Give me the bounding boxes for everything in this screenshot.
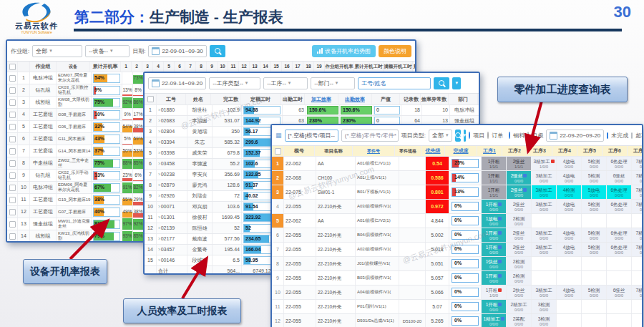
done-progress-bar: 0%: [452, 230, 479, 240]
select-all-checkbox[interactable]: [272, 146, 284, 156]
totals-spacer: [145, 266, 157, 275]
employee-id-cell[interactable]: 02804: [157, 127, 187, 137]
search-button[interactable]: [210, 45, 225, 57]
row-checkbox[interactable]: [7, 157, 18, 169]
employee-id-cell[interactable]: 02683: [157, 116, 187, 126]
workgroup-cell: 工艺磨组: [30, 194, 57, 205]
group-filter-label: 作业组:: [11, 47, 29, 55]
row-checkbox[interactable]: [7, 84, 18, 96]
project-type-select[interactable]: 全部: [429, 130, 452, 142]
date-range-input[interactable]: 22-09-01~09-30: [148, 45, 206, 57]
part-row[interactable]: 1122-05522-210外壳P01/顶针/V1(1)5.070%1开粗0/0…: [272, 300, 642, 314]
row-checkbox[interactable]: [7, 109, 18, 120]
employee-id-cell[interactable]: 02926: [157, 191, 187, 201]
part-row[interactable]: 422-05522-210外壳A03/前模镶件/V1(0.9720%1开粗0/0…: [272, 200, 642, 214]
employee-id-cell[interactable]: 02177: [157, 234, 187, 244]
device-select[interactable]: --设备--: [85, 45, 130, 57]
row-index: 5: [272, 214, 284, 228]
employee-id-cell[interactable]: 02879: [157, 180, 187, 190]
row-checkbox[interactable]: [7, 194, 18, 205]
row-checkbox[interactable]: [7, 133, 18, 145]
row-checkbox[interactable]: [7, 145, 18, 157]
day-rate-cell: 73%: [133, 72, 144, 84]
part-row[interactable]: 822-05522-210外壳J01/波纹螺丝/V1(5.0510%1快丝0/0…: [272, 257, 642, 271]
part-row[interactable]: 922-05522-210外壳B03/后模镶件/V1(5.0570%1开粗0/0…: [272, 271, 642, 285]
employee-id-cell[interactable]: 03398: [157, 148, 187, 158]
part-row[interactable]: 622-05522-210外壳B04/后模镶件/V1(5.0020%1开粗0/0…: [272, 228, 642, 243]
radio-project[interactable]: [469, 132, 470, 139]
row-checkbox[interactable]: [7, 218, 18, 230]
select-all-checkbox[interactable]: [7, 62, 18, 72]
project-cell: 22-210外壳: [316, 243, 356, 256]
row-checkbox[interactable]: [7, 97, 18, 108]
select-all-checkbox[interactable]: [145, 94, 157, 104]
radio-electrode[interactable]: [527, 132, 529, 139]
device-cell: G08_手磨磨床: [57, 109, 92, 120]
process-cell: 3检测0/0/0: [532, 300, 557, 313]
search-options-button[interactable]: [464, 130, 467, 142]
row-checkbox[interactable]: [7, 121, 18, 132]
day-rate-cell: 9%: [122, 109, 133, 120]
col-header-proc: 工序6: [602, 146, 628, 156]
row-index: 1: [145, 105, 157, 115]
color-legend-button[interactable]: 颜色说明: [379, 45, 411, 57]
part-row[interactable]: 122-062AAA01/前模仁/V1(1)0.5425%1开粗1/1/12慢丝…: [272, 157, 642, 171]
trend-chart-button[interactable]: 设备开机率趋势图: [312, 45, 376, 57]
employee-id-cell[interactable]: 00146: [157, 255, 187, 265]
part-row[interactable]: 1022-05522-210外壳A04/前模镶件/V1(5.0660%1开粗1/…: [272, 285, 642, 300]
employee-id-cell[interactable]: 00238: [157, 170, 187, 180]
employee-row[interactable]: 101880胡世柱102.994.8863150.6%150.6%01810电脉…: [145, 105, 479, 116]
project-cell: 22-210外壳: [316, 257, 356, 270]
unfinished-checkbox[interactable]: [607, 132, 608, 139]
day-column-header: 3: [142, 62, 153, 72]
process-cell-empty: [582, 314, 607, 327]
row-checkbox[interactable]: [7, 230, 18, 242]
department-select[interactable]: --部门--: [311, 77, 355, 89]
process-cell-empty: [632, 300, 643, 313]
col-header-proc: 工序5: [577, 146, 602, 156]
row-checkbox[interactable]: [7, 72, 18, 84]
search-options-button[interactable]: [452, 77, 461, 89]
title-main: 生产制造 - 生产报表: [150, 9, 283, 25]
row-index: 11: [18, 194, 30, 205]
process-cell-empty: [532, 257, 557, 270]
worker-badge-icon: [498, 245, 502, 249]
process-type-select[interactable]: --工序类型--: [209, 77, 260, 89]
row-checkbox[interactable]: [7, 206, 18, 218]
row-checkbox[interactable]: [7, 170, 18, 181]
part-row[interactable]: 322-075SW01-1B01/下模板/V1(1)0.80113%1开粗1/1…: [272, 185, 642, 200]
part-row[interactable]: 1222-05522-210外壳D501/Ds总成/V1(1)D5100-205…: [272, 314, 642, 327]
employee-id-cell[interactable]: 02139: [157, 223, 187, 233]
rate-progress-bar: 75%: [93, 159, 120, 168]
project-cell: 22-210外壳: [316, 300, 356, 313]
employee-id-cell[interactable]: 03457: [157, 245, 187, 255]
process-select[interactable]: --工序--: [263, 77, 308, 89]
search-button[interactable]: [455, 130, 461, 142]
overdue-checkbox[interactable]: [631, 132, 633, 139]
row-checkbox[interactable]: [7, 182, 18, 193]
search-button[interactable]: [434, 77, 449, 89]
radio-steel[interactable]: [509, 132, 510, 139]
date-range-input[interactable]: 22-09-20~09-20: [546, 130, 604, 142]
workgroup-cell: 工艺磨组: [30, 109, 57, 120]
process-cell: 3精加工0/0/0: [532, 200, 557, 213]
part-row[interactable]: 522-062AAA01/前模仁/V2(1)4.8440%1放电0/0/02检测…: [272, 214, 642, 228]
col-header-proc: 工序3: [527, 146, 552, 156]
group-select[interactable]: 全部: [32, 45, 82, 57]
mold-search-input[interactable]: [*.空格]模号/项目--: [285, 130, 338, 142]
employee-name-cell: 李慷波: [187, 159, 213, 169]
employee-id-cell[interactable]: 03394: [157, 137, 187, 147]
part-row[interactable]: 222-068CH100A01/上模/V1(1)0.58614%1开粗1/1/1…: [272, 171, 642, 185]
employee-id-cell[interactable]: 01880: [157, 105, 187, 115]
part-row[interactable]: 722-05522-210外壳A02/前模镶件/V1(5.0180%1开粗0/0…: [272, 243, 642, 257]
employee-id-cell[interactable]: 00071: [157, 202, 187, 212]
date-range-input[interactable]: 22-09-14~09-20: [148, 77, 206, 89]
radio-order[interactable]: [487, 132, 489, 139]
process-cell: 6热处理0/0/0: [607, 228, 632, 242]
project-cell: AA: [316, 214, 356, 228]
employee-id-cell[interactable]: 01301: [157, 213, 187, 223]
employee-search-input[interactable]: 工号/姓名: [358, 77, 431, 89]
rate-progress-bar: 40%: [93, 208, 120, 217]
part-search-input[interactable]: (*.空格)零件号/零件*: [341, 130, 399, 142]
employee-id-cell[interactable]: 03458: [157, 159, 187, 169]
